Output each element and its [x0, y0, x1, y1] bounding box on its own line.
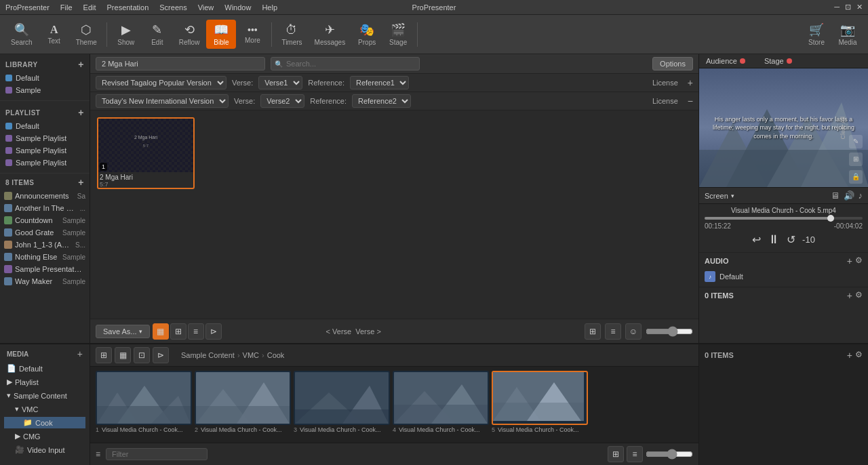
media-filter-input[interactable] [106, 448, 208, 460]
menu-presentation[interactable]: Presentation [107, 3, 149, 12]
breadcrumb-samplecontent[interactable]: Sample Content [181, 351, 235, 359]
menu-file[interactable]: File [60, 3, 73, 12]
menu-help[interactable]: Help [262, 3, 277, 12]
search-toolbar-button[interactable]: 🔍 Search [5, 20, 38, 49]
playlist-items-add-button[interactable]: + [78, 177, 84, 188]
list-item-samplepres[interactable]: Sample Presentation [0, 263, 90, 275]
video-pause-button[interactable]: ⏸ [768, 232, 780, 247]
bottom-grid-view-button[interactable]: ⊞ [608, 446, 624, 462]
edit-toolbar-button[interactable]: ✎ Edit [142, 20, 172, 49]
list-item-another[interactable]: Another In The Fire ... [0, 202, 90, 214]
minimize-button[interactable]: ─ [834, 3, 840, 12]
breadcrumb-vmc[interactable]: VMC [243, 351, 259, 359]
media-toolbar-button[interactable]: 📷 Media [833, 20, 863, 49]
verse-select-2[interactable]: Verse2 [260, 94, 304, 108]
list-item-nothingelse[interactable]: Nothing Else Sample [0, 251, 90, 263]
list-item-waymaker[interactable]: Way Maker Sample [0, 275, 90, 287]
media-tree-samplecontent[interactable]: ▾ Sample Content [4, 390, 85, 401]
messages-toolbar-button[interactable]: ✈ Messages [309, 20, 351, 49]
bible-toolbar-button[interactable]: 📖 Bible [206, 20, 236, 49]
save-as-button[interactable]: Save As... ▾ [96, 325, 150, 338]
media-view-btn-1[interactable]: ⊞ [96, 347, 112, 363]
media-thumb-1[interactable]: 1 Visual Media Church - Cook... [96, 371, 192, 433]
bottom-add-button[interactable]: + [847, 350, 852, 361]
audio-add-button[interactable]: + [847, 256, 852, 266]
audio-default-item[interactable]: ♪ Default [705, 269, 863, 284]
library-add-button[interactable]: + [78, 59, 84, 70]
playlist-sample-3[interactable]: Sample Playlist [0, 157, 90, 169]
playlist-sample-2[interactable]: Sample Playlist [0, 144, 90, 157]
menu-screens[interactable]: Screens [159, 3, 186, 12]
bottom-zoom-slider[interactable] [646, 447, 693, 462]
bottom-settings-button[interactable]: ⚙ [855, 350, 863, 361]
media-view-btn-3[interactable]: ⊡ [134, 347, 150, 363]
bottom-list-view-button[interactable]: ≡ [627, 446, 643, 462]
video-loop-button[interactable]: ↺ [787, 233, 795, 246]
playlist-default[interactable]: Default [0, 120, 90, 132]
slide-thumb-1[interactable]: 2 Mga Hari 5:7 1 2 Mga Hari 5:7 [97, 117, 195, 189]
emoji-button[interactable]: ☺ [625, 323, 642, 340]
menu-window[interactable]: Window [224, 3, 251, 12]
media-tree-default[interactable]: 📄 Default [4, 363, 85, 374]
bible-version-select-2[interactable]: Today's New International Version [96, 94, 229, 108]
remove-version-button[interactable]: − [688, 96, 693, 106]
media-thumb-4[interactable]: 4 Visual Media Church - Cook... [393, 371, 489, 433]
bible-book-input[interactable] [96, 57, 265, 70]
ref-select-1[interactable]: Reference1 [350, 76, 409, 89]
slide-view-btn-1[interactable]: ▦ [153, 323, 169, 340]
menu-edit[interactable]: Edit [83, 3, 96, 12]
ref-select-2[interactable]: Reference2 [352, 94, 411, 108]
media-view-btn-2[interactable]: ▦ [115, 347, 131, 363]
options-button[interactable]: Options [652, 57, 693, 70]
slide-view-btn-3[interactable]: ≡ [188, 323, 204, 340]
preview-icon-2[interactable]: ⊞ [849, 153, 863, 166]
playlist-add-button[interactable]: + [78, 107, 84, 118]
reflow-toolbar-button[interactable]: ⟲ Reflow [174, 20, 205, 49]
media-tree-playlist[interactable]: ▶ Playlist [4, 376, 85, 388]
items-add-button[interactable]: + [847, 290, 852, 301]
media-add-button[interactable]: + [77, 348, 83, 359]
add-version-button[interactable]: + [688, 77, 693, 88]
list-item-john[interactable]: John 1_1-3 (ASB) S... [0, 239, 90, 251]
list-item-goodgrate[interactable]: Good Grate Sample [0, 226, 90, 239]
next-verse-button[interactable]: Verse > [355, 327, 381, 336]
slide-view-btn-2[interactable]: ⊞ [170, 323, 186, 340]
zoom-slider[interactable] [646, 326, 693, 337]
show-toolbar-button[interactable]: ▶ Show [111, 20, 141, 49]
media-tree-videoinput[interactable]: 🎥 Video Input [4, 444, 85, 456]
menu-view[interactable]: View [198, 3, 214, 12]
list-item-countdown[interactable]: Countdown Sample [0, 214, 90, 226]
media-thumb-2[interactable]: 2 Visual Media Church - Cook... [195, 371, 291, 433]
bible-search-input[interactable] [271, 57, 420, 70]
theme-toolbar-button[interactable]: ⬡ Theme [71, 20, 102, 49]
screen-speaker-icon[interactable]: 🔊 [844, 190, 854, 201]
media-tree-vmc[interactable]: ▾ VMC [4, 403, 85, 415]
library-sample[interactable]: Sample [0, 84, 90, 96]
stage-toolbar-button[interactable]: 🎬 Stage [383, 20, 413, 49]
video-rewind-button[interactable]: ↩ [752, 233, 761, 246]
list-view-button[interactable]: ≡ [605, 323, 621, 340]
verse-select-1[interactable]: Verse1 [258, 76, 302, 89]
audio-settings-button[interactable]: ⚙ [855, 256, 863, 266]
media-tree-cmg[interactable]: ▶ CMG [4, 430, 85, 442]
timers-toolbar-button[interactable]: ⏱ Timers [276, 20, 307, 49]
maximize-button[interactable]: ⊡ [845, 3, 851, 12]
video-back10-button[interactable]: -10 [802, 235, 815, 245]
screen-music-icon[interactable]: ♪ [859, 190, 863, 201]
prev-verse-button[interactable]: < Verse [326, 327, 352, 336]
list-item-announcements[interactable]: Announcements Sa [0, 190, 90, 202]
preview-icon-3[interactable]: 🔒 [849, 170, 863, 184]
preview-icon-1[interactable]: ✎ [849, 135, 863, 148]
library-default[interactable]: Default [0, 72, 90, 84]
menu-propresenter[interactable]: ProPresenter [5, 3, 50, 12]
playlist-sample-1[interactable]: Sample Playlist [0, 132, 90, 144]
video-progress-bar[interactable] [705, 217, 863, 220]
media-thumb-5[interactable]: 5 Visual Media Church - Cook... [492, 371, 588, 433]
screen-monitor-icon[interactable]: 🖥 [831, 190, 840, 201]
grid-view-button[interactable]: ⊞ [585, 323, 601, 340]
items-settings-button[interactable]: ⚙ [855, 290, 863, 301]
props-toolbar-button[interactable]: 🎭 Props [352, 20, 382, 49]
breadcrumb-cook[interactable]: Cook [267, 351, 285, 359]
media-thumb-3[interactable]: 3 Visual Media Church - Cook... [294, 371, 390, 433]
store-toolbar-button[interactable]: 🛒 Store [802, 20, 831, 49]
